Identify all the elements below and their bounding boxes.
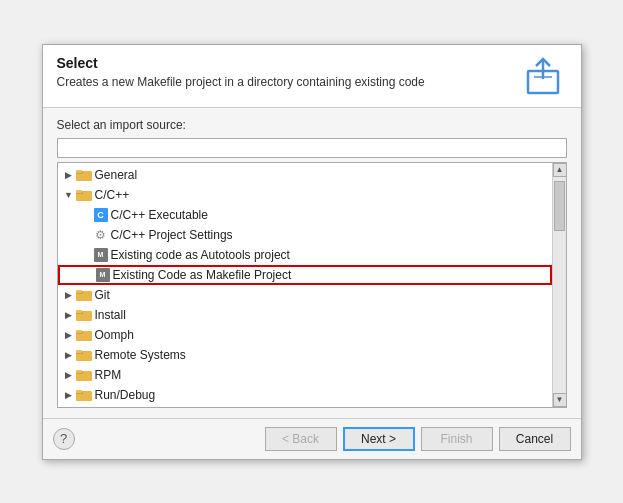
makefile-icon-makefile: M [96, 268, 110, 282]
dialog-header-left: Select Creates a new Makefile project in… [57, 55, 425, 89]
expand-arrow-install: ▶ [62, 308, 76, 322]
footer-buttons: < Back Next > Finish Cancel [265, 427, 571, 451]
expand-arrow-cpp: ▼ [62, 188, 76, 202]
tree-item-remote[interactable]: ▶ Remote Systems [58, 345, 552, 365]
search-input[interactable] [57, 138, 567, 158]
tree-item-rundebug-label: Run/Debug [95, 388, 156, 402]
svg-rect-16 [76, 330, 82, 333]
tree-item-install-label: Install [95, 308, 126, 322]
svg-rect-7 [76, 190, 82, 193]
expand-arrow-general: ▶ [62, 168, 76, 182]
tree-item-rundebug[interactable]: ▶ Run/Debug [58, 385, 552, 405]
scroll-track[interactable] [553, 177, 566, 393]
tree-item-general-label: General [95, 168, 138, 182]
finish-button[interactable]: Finish [421, 427, 493, 451]
tree-item-cpp-exec-label: C/C++ Executable [111, 208, 208, 222]
tree-inner: ▶ General ▼ C/C++ ▶ C [58, 163, 566, 407]
folder-icon-rundebug [76, 388, 92, 402]
expand-arrow-git: ▶ [62, 288, 76, 302]
tree-container: ▶ General ▼ C/C++ ▶ C [57, 162, 567, 408]
expand-arrow-rundebug: ▶ [62, 388, 76, 402]
dialog-body: Select an import source: ▶ General ▼ [43, 108, 581, 418]
svg-rect-22 [76, 370, 82, 373]
dialog-subtitle: Creates a new Makefile project in a dire… [57, 75, 425, 89]
tree-item-rpm-label: RPM [95, 368, 122, 382]
next-button[interactable]: Next > [343, 427, 415, 451]
svg-rect-10 [76, 290, 82, 293]
folder-icon-rpm [76, 368, 92, 382]
makefile-icon-autotools: M [94, 248, 108, 262]
tree-item-autotools[interactable]: ▶ M Existing code as Autotools project [58, 245, 552, 265]
expand-arrow-remote: ▶ [62, 348, 76, 362]
dialog-footer: ? < Back Next > Finish Cancel [43, 418, 581, 459]
cancel-button[interactable]: Cancel [499, 427, 571, 451]
tree-item-makefile[interactable]: ▶ M Existing Code as Makefile Project [58, 265, 552, 285]
scroll-up-arrow[interactable]: ▲ [553, 163, 567, 177]
tree-item-remote-label: Remote Systems [95, 348, 186, 362]
tree-item-git-label: Git [95, 288, 110, 302]
tree-scrollbar[interactable]: ▲ ▼ [552, 163, 566, 407]
import-source-label: Select an import source: [57, 118, 567, 132]
dialog-header: Select Creates a new Makefile project in… [43, 45, 581, 108]
tree-item-oomph-label: Oomph [95, 328, 134, 342]
scroll-thumb[interactable] [554, 181, 565, 231]
folder-icon-remote [76, 348, 92, 362]
back-button[interactable]: < Back [265, 427, 337, 451]
tree-item-git[interactable]: ▶ Git [58, 285, 552, 305]
svg-rect-19 [76, 350, 82, 353]
folder-icon-install [76, 308, 92, 322]
svg-rect-25 [76, 390, 82, 393]
tree-item-install[interactable]: ▶ Install [58, 305, 552, 325]
tree-item-autotools-label: Existing code as Autotools project [111, 248, 290, 262]
upload-box-icon [522, 57, 564, 95]
tree-item-cpp-settings[interactable]: ▶ ⚙ C/C++ Project Settings [58, 225, 552, 245]
folder-icon-oomph [76, 328, 92, 342]
tree-item-rpm[interactable]: ▶ RPM [58, 365, 552, 385]
gear-icon-cpp-settings: ⚙ [94, 228, 108, 242]
tree-item-cpp[interactable]: ▼ C/C++ [58, 185, 552, 205]
tree-item-makefile-label: Existing Code as Makefile Project [113, 268, 292, 282]
tree-item-oomph[interactable]: ▶ Oomph [58, 325, 552, 345]
folder-icon-git [76, 288, 92, 302]
expand-arrow-oomph: ▶ [62, 328, 76, 342]
scroll-down-arrow[interactable]: ▼ [553, 393, 567, 407]
svg-rect-4 [76, 170, 82, 173]
svg-rect-13 [76, 310, 82, 313]
expand-arrow-rpm: ▶ [62, 368, 76, 382]
folder-icon-cpp [76, 188, 92, 202]
dialog-title: Select [57, 55, 425, 71]
c-icon-cpp-exec: C [94, 208, 108, 222]
tree-item-cpp-label: C/C++ [95, 188, 130, 202]
select-dialog: Select Creates a new Makefile project in… [42, 44, 582, 460]
import-icon [519, 55, 567, 97]
tree-item-general[interactable]: ▶ General [58, 165, 552, 185]
tree-item-cpp-settings-label: C/C++ Project Settings [111, 228, 233, 242]
help-button[interactable]: ? [53, 428, 75, 450]
folder-icon-general [76, 168, 92, 182]
footer-left: ? [53, 428, 75, 450]
tree-item-cpp-exec[interactable]: ▶ C C/C++ Executable [58, 205, 552, 225]
